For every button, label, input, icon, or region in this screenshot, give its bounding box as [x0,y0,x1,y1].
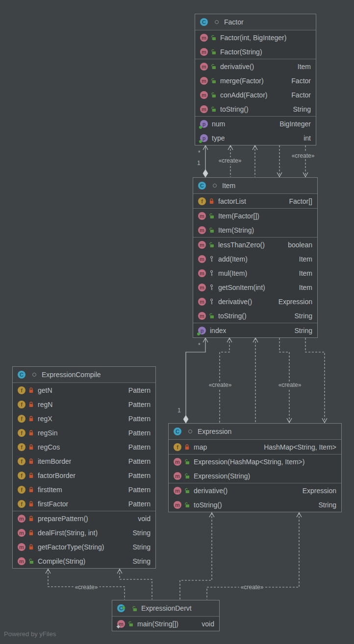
member-section: mItem(Factor[])mItem(String) [193,208,317,237]
edge-factor-creates-item-2[interactable] [303,145,308,177]
member-row[interactable]: mFactor(int, BigInteger) [195,30,316,45]
member-name: add(Item) [218,255,248,263]
member-type: Pattern [123,429,151,437]
member-row[interactable]: mconAdd(Factor)Factor [195,88,316,102]
method-icon: m [198,269,206,277]
property-icon: p [200,134,208,142]
green-dot-icon [199,126,202,129]
edge-item-creates-expression-2[interactable] [305,338,327,423]
lock-closed-icon [28,415,34,422]
class-node-item[interactable]: CItemffactorListFactor[]mItem(Factor[])m… [193,177,318,338]
edge-expression-creates-item-1[interactable] [220,338,232,423]
member-row[interactable]: mdealFirst(String, int)String [13,525,155,540]
member-section: mlessThanZero()booleanmadd(Item)Itemmmul… [193,237,317,323]
edge-expression-creates-item-2[interactable] [253,338,258,423]
edge-factor-creates-item-1[interactable] [277,145,282,177]
member-row[interactable]: fregNPattern [13,397,155,411]
member-row[interactable]: mItem(String) [193,223,317,237]
lock-open-icon [210,77,217,84]
public-modifier-icon [213,184,217,188]
lock-closed-icon [28,486,34,493]
member-name: getN [38,386,52,394]
edge-item-aggregates-factor[interactable] [203,145,208,177]
member-type: Expression [297,487,336,495]
class-node-factor[interactable]: CFactormFactor(int, BigInteger)mFactor(S… [195,14,316,145]
class-node-expressioncompile[interactable]: CExpressionCompilefgetNPatternfregNPatte… [12,366,156,569]
method-icon: m [200,91,208,99]
member-row[interactable]: mpreparePattern()void [13,511,155,525]
member-name: main(String[]) [137,620,178,628]
method-icon: m [198,212,206,220]
member-name: index [210,327,226,334]
member-row[interactable]: mFactor(String) [195,45,316,59]
class-node-expression[interactable]: CExpressionfmapHashMap<String, Item>mExp… [168,423,342,512]
member-row[interactable]: madd(Item)Item [193,252,317,266]
property-icon: p [198,327,206,334]
member-name: toString() [220,105,249,113]
member-row[interactable]: mgetSonItem(int)Item [193,280,317,294]
member-name: toString() [194,501,222,509]
member-name: map [194,443,207,451]
edge-label-create: «create» [290,152,316,159]
method-icon: m [200,105,208,113]
member-row[interactable]: mderivative()Item [195,59,316,73]
member-name: merge(Factor) [220,77,264,85]
key-icon [208,270,215,276]
member-name: regSin [38,429,57,437]
class-header[interactable]: CFactor [195,14,316,30]
edge-dervt-creates-compile-2[interactable] [117,569,152,599]
multiplicity-label: 1 [177,407,181,413]
member-name: type [212,134,225,142]
member-row[interactable]: fgetNPattern [13,383,155,397]
member-row[interactable]: mExpression(HashMap<String, Item>) [169,454,341,469]
member-row[interactable]: ptypeint [195,131,316,145]
member-row[interactable]: mCompile(String)String [13,554,155,568]
member-row[interactable]: fitemBorderPattern [13,454,155,468]
member-row[interactable]: mlessThanZero()boolean [193,238,317,252]
member-row[interactable]: mmerge(Factor)Factor [195,73,316,88]
edge-item-creates-factor-2[interactable] [253,145,257,177]
class-name: ExpressionDervt [141,604,192,612]
member-row[interactable]: mItem(Factor[]) [193,209,317,223]
method-icon: m [198,298,206,306]
member-row[interactable]: mtoString()String [193,309,317,323]
member-type: void [196,620,214,628]
static-diamond-icon [116,624,121,629]
edge-label-create: «create» [207,382,233,388]
edge-item-creates-expression-1[interactable] [279,338,292,423]
class-node-expressiondervt[interactable]: CExpressionDervtmmain(String[])void [112,600,220,631]
member-row[interactable]: mderivative()Expression [169,483,341,498]
member-row[interactable]: mExpression(String) [169,469,341,483]
member-name: Expression(HashMap<String, Item>) [194,458,304,466]
field-icon: f [198,197,206,205]
member-row[interactable]: fmapHashMap<String, Item> [169,440,341,454]
member-row[interactable]: pindexString [193,323,317,337]
member-row[interactable]: mmul(Item)Item [193,266,317,280]
member-row[interactable]: mgetFactorType(String)String [13,540,155,554]
class-header[interactable]: CExpressionDervt [112,600,219,616]
member-name: Compile(String) [38,557,85,565]
member-row[interactable]: mderivative()Expression [193,294,317,309]
edge-expression-aggregates-item[interactable] [183,338,208,423]
member-row[interactable]: ffirstItemPattern [13,482,155,497]
class-header[interactable]: CExpressionCompile [13,367,155,382]
member-row[interactable]: ffirstFactorPattern [13,497,155,511]
member-name: factorBorder [38,472,76,479]
member-type: String [288,312,312,320]
method-icon: m [198,241,206,249]
member-row[interactable]: pnumBigInteger [195,117,316,131]
member-row[interactable]: mtoString()String [169,498,341,512]
member-row[interactable]: ffactorListFactor[] [193,194,317,208]
lock-closed-icon [28,472,34,478]
edge-dervt-creates-expression-1[interactable] [180,513,214,599]
member-row[interactable]: ffactorBorderPattern [13,468,155,482]
member-row[interactable]: mmain(String[])void [112,617,219,631]
member-row[interactable]: fregXPattern [13,411,155,426]
member-row[interactable]: fregSinPattern [13,426,155,440]
class-header[interactable]: CItem [193,178,317,193]
class-header[interactable]: CExpression [169,424,341,439]
member-row[interactable]: fregCosPattern [13,440,155,454]
member-type: String [287,105,311,113]
member-row[interactable]: mtoString()String [195,102,316,116]
member-type: boolean [282,241,312,249]
